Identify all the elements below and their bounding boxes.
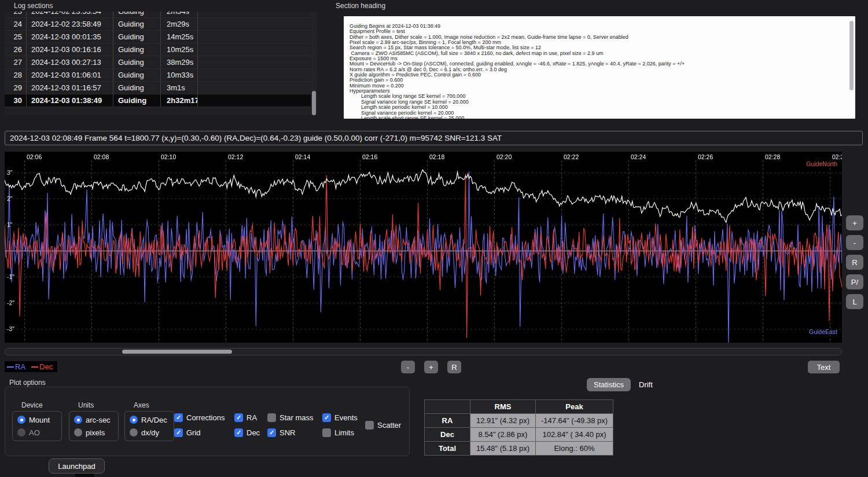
checkbox-label: Limits [334, 428, 354, 437]
side-zoom-in-button[interactable]: + [846, 215, 863, 230]
checkbox-label: Corrections [186, 413, 225, 422]
scatter-checkbox[interactable] [365, 421, 374, 430]
checkbox-label: Events [334, 413, 358, 422]
log-table-scrollbar[interactable] [311, 12, 317, 115]
legend-item-ra: RA [7, 362, 25, 371]
log-row-type: Guiding [113, 82, 161, 94]
bottom-reset-button[interactable]: R [447, 361, 461, 373]
checkbox-label: Star mass [279, 413, 314, 422]
log-row-number: 26 [5, 43, 27, 56]
time-label: 02:16 [362, 153, 377, 160]
log-table-scrollbar-thumb[interactable] [312, 91, 316, 115]
log-row-number: 25 [5, 31, 27, 43]
section-heading-scrollbar[interactable] [849, 17, 854, 117]
launchpad-button[interactable]: Launchpad [49, 458, 105, 474]
guide-east-label: GuideEast [809, 328, 837, 335]
checkbox-column-1: CorrectionsGrid [174, 413, 225, 437]
checkbox-option-corrections[interactable]: Corrections [174, 413, 225, 422]
checkbox-column-4: EventsLimits [322, 413, 358, 437]
status-bar: 2024-12-03 02:08:49 Frame 564 t=1800.77 … [5, 131, 863, 145]
checkbox-option-dec[interactable]: Dec [234, 428, 260, 437]
log-row-type: Guiding [113, 18, 161, 30]
stats-total-rms: 15.48" (5.18 px) [470, 442, 535, 455]
snr-checkbox[interactable] [267, 428, 276, 437]
log-row-duration: 3m1s [161, 82, 198, 94]
bottom-zoom-in-button[interactable]: + [424, 361, 438, 373]
log-section-row[interactable]: 252024-12-03 00:01:35Guiding14m25s [5, 31, 311, 43]
chart-horizontal-scrollbar[interactable] [5, 348, 842, 355]
stats-dec-peak: 102.84" ( 34.40 px) [536, 428, 613, 441]
guide-chart-canvas[interactable] [5, 152, 842, 343]
checkbox-option-limits[interactable]: Limits [322, 428, 358, 437]
checkbox-label: SNR [279, 428, 295, 437]
log-section-row[interactable]: 232024-12-02 23:53:54Guiding2m34s [5, 12, 311, 18]
checkbox-label: Grid [186, 428, 201, 437]
log-row-type: Guiding [113, 43, 161, 56]
log-section-row[interactable]: 242024-12-02 23:58:49Guiding2m29s [5, 18, 311, 31]
checkbox-option-star-mass[interactable]: Star mass [267, 413, 314, 422]
log-row-number: 30 [5, 94, 27, 107]
log-row-type: Guiding [113, 69, 161, 81]
guide-chart[interactable]: 02:0602:0802:1002:1202:1402:1602:1802:20… [5, 152, 842, 343]
log-row-duration: 14m25s [161, 31, 198, 43]
events-checkbox[interactable] [322, 413, 331, 422]
log-row-type: Guiding [113, 56, 161, 68]
time-label: 02:20 [496, 153, 512, 160]
bottom-zoom-out-button[interactable]: - [401, 361, 415, 373]
side-zoom-out-button[interactable]: - [846, 235, 863, 250]
log-row-filler [198, 18, 311, 30]
checkbox-label: Scatter [377, 421, 401, 430]
stats-row-label-ra: RA [425, 414, 470, 427]
text-view-button[interactable]: Text [808, 361, 840, 373]
log-row-timestamp: 2024-12-03 01:16:57 [27, 82, 113, 94]
log-section-row[interactable]: 292024-12-03 01:16:57Guiding3m1s [5, 82, 311, 94]
time-label: 02:12 [228, 153, 243, 160]
side-pan-button[interactable]: P/ [846, 274, 863, 289]
chart-horizontal-scrollbar-thumb[interactable] [122, 350, 232, 354]
tab-drift[interactable]: Drift [632, 378, 660, 391]
log-row-timestamp: 2024-12-03 00:16:16 [27, 43, 113, 56]
log-row-timestamp: 2024-12-02 23:53:54 [27, 12, 113, 17]
stats-tabs: StatisticsDrift [587, 378, 660, 391]
stats-header-peak: Peak [536, 400, 613, 413]
log-section-row[interactable]: 302024-12-03 01:38:49Guiding2h32m17s [5, 94, 311, 107]
star-mass-checkbox[interactable] [267, 413, 276, 422]
dec-checkbox[interactable] [234, 428, 243, 437]
checkbox-column-5: Scatter [365, 420, 401, 430]
checkbox-option-scatter[interactable]: Scatter [365, 420, 401, 430]
log-row-number: 29 [5, 82, 27, 94]
status-text: 2024-12-03 02:08:49 Frame 564 t=1800.77 … [10, 134, 502, 142]
time-label: 02:22 [564, 153, 579, 160]
corrections-checkbox[interactable] [174, 413, 183, 422]
ra-checkbox[interactable] [234, 413, 243, 422]
checkbox-option-snr[interactable]: SNR [267, 428, 314, 437]
log-row-duration: 2h32m17s [161, 94, 198, 107]
stats-row-label-total: Total [425, 442, 470, 455]
side-reset-button[interactable]: R [846, 255, 863, 270]
section-heading-title: Section heading [336, 2, 385, 10]
log-row-type: Guiding [113, 94, 161, 107]
checkbox-option-events[interactable]: Events [322, 413, 358, 422]
checkbox-option-ra[interactable]: RA [234, 413, 260, 422]
log-row-number: 24 [5, 18, 27, 30]
log-row-duration: 2m34s [161, 12, 198, 17]
log-section-row[interactable]: 272024-12-03 00:27:13Guiding38m29s [5, 56, 311, 69]
section-heading-scrollbar-thumb[interactable] [849, 21, 854, 90]
log-row-duration: 10m33s [161, 69, 198, 81]
checkbox-label: Dec [247, 428, 260, 437]
log-section-row[interactable]: 262024-12-03 00:16:16Guiding10m25s [5, 43, 311, 56]
log-row-timestamp: 2024-12-03 01:06:01 [27, 69, 113, 81]
checkbox-option-grid[interactable]: Grid [174, 428, 225, 437]
grid-checkbox[interactable] [174, 428, 183, 437]
time-label: 02:10 [161, 153, 176, 160]
log-section-row[interactable]: 282024-12-03 01:06:01Guiding10m33s [5, 69, 311, 82]
stats-total-peak: Elong.: 60% [536, 442, 613, 455]
log-row-type: Guiding [113, 31, 161, 43]
section-heading-panel[interactable]: Guiding Begins at 2024-12-03 01:38:49 Eq… [344, 16, 855, 119]
chart-legend: RADec [5, 361, 57, 372]
log-sections-table[interactable]: 232024-12-02 23:53:54Guiding2m34s242024-… [5, 12, 311, 115]
side-lock-button[interactable]: L [846, 294, 863, 309]
log-row-timestamp: 2024-12-03 00:27:13 [27, 56, 113, 68]
limits-checkbox[interactable] [322, 428, 331, 437]
tab-statistics[interactable]: Statistics [587, 378, 631, 391]
